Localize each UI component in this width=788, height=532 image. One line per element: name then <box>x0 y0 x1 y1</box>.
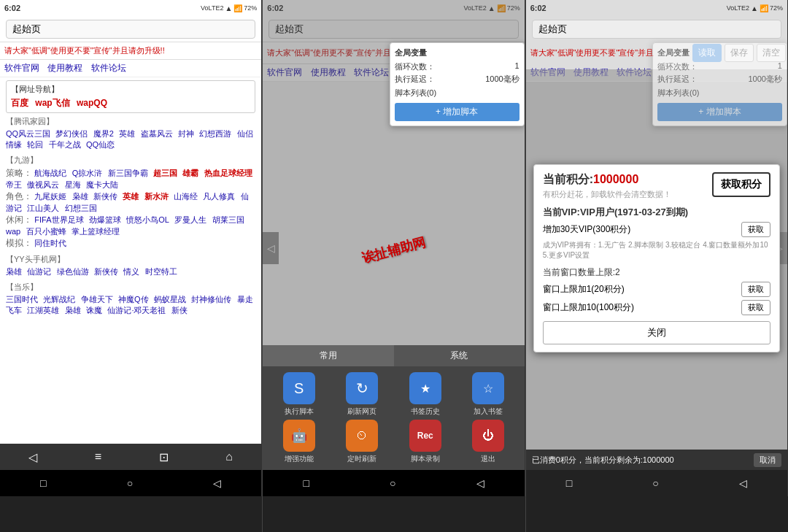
android-circle-2[interactable]: ○ <box>390 477 395 489</box>
game-links-yy-1: 枭雄 仙游记 绿色仙游 新侠传 情义 时空特工 <box>6 266 255 277</box>
nav-baidu-1[interactable]: 百度 <box>11 98 28 108</box>
signal-icon-3: ▲ <box>751 4 758 12</box>
pd-vip-get-btn-3[interactable]: 获取 <box>741 222 770 237</box>
game-links-jiuyou-role-1: 角色： 九尾妖姬 枭雄 新侠传 英雄 新水浒 山海经 凡人修真 仙游记 江山美人… <box>6 190 255 214</box>
pd-limit-section-3: 当前窗口数量上限:2 窗口上限加1(20积分) 获取 窗口上限加10(100积分… <box>543 266 770 315</box>
game-links-jiuyou-sim-1: 模拟： 同住时代 <box>6 237 255 250</box>
address-input-3[interactable] <box>532 20 781 39</box>
tool-tab-system-2[interactable]: 系统 <box>394 345 525 366</box>
nav-home-1[interactable]: ⌂ <box>220 447 239 466</box>
tool-bookmark-hist-2[interactable]: ★ 书签历史 <box>395 372 455 417</box>
time-3: 6:02 <box>530 4 546 12</box>
address-input-1[interactable] <box>6 20 255 39</box>
nav-feixin-1[interactable]: wap飞信 <box>35 98 69 108</box>
tool-label-refresh-2: 刷新网页 <box>347 406 376 417</box>
nav-menu-1[interactable]: ≡ <box>89 447 107 466</box>
tool-icon-exec-2: S <box>283 372 315 404</box>
network-3: VoLTE2 <box>727 4 749 12</box>
script-panel-2: 全局变量 循环次数： 1 执行延迟： 1000毫秒 脚本列表(0) + 增加脚本 <box>390 42 525 126</box>
pd-vip-row-3: 增加30天VIP(300积分) 获取 <box>543 222 770 237</box>
link-tutorial-1[interactable]: 使用教程 <box>47 63 82 73</box>
tool-exit-2[interactable]: ⏻ 退出 <box>458 420 519 464</box>
signal-icon-1: ▲ <box>225 4 232 12</box>
bottom-tool-panel-2: 常用 系统 S 执行脚本 ↻ 刷新网页 ★ 书签历史 ☆ 加入书签 <box>263 345 524 470</box>
sp-title-3: 全局变量 <box>657 47 782 58</box>
sp-delay-label-3: 执行延迟： <box>657 74 698 85</box>
android-square-3[interactable]: □ <box>566 477 572 489</box>
pd-limit10-btn-3[interactable]: 获取 <box>741 300 770 315</box>
sp-loop-row-3: 循环次数： 1 <box>657 61 782 72</box>
nav-wapqq-1[interactable]: wapQQ <box>77 98 107 108</box>
game-section-yy-1: 【YY头手机网】 枭雄 仙游记 绿色仙游 新侠传 情义 时空特工 <box>6 254 255 277</box>
tool-tabs-2: 常用 系统 <box>263 345 524 366</box>
tool-label-bookmark-hist-2: 书签历史 <box>411 406 440 417</box>
battery-1: 72% <box>244 4 257 12</box>
game-links-tencent-1: QQ风云三国 梦幻侠侣 魔界2 英雄 盗墓风云 封神 幻想西游 仙侣情缘 轮回 … <box>6 128 255 150</box>
sp-loop-label-2: 循环次数： <box>395 61 435 72</box>
add-script-btn-2[interactable]: + 增加脚本 <box>395 103 519 121</box>
tool-tab-common-2[interactable]: 常用 <box>263 345 393 366</box>
android-nav-2: □ ○ ◁ <box>263 470 524 496</box>
status-bar-3: 6:02 VoLTE2 ▲ 📶 72% <box>526 0 787 16</box>
tool-refresh-2[interactable]: ↻ 刷新网页 <box>332 372 393 417</box>
android-circle-3[interactable]: ○ <box>652 477 658 489</box>
wifi-icon-3: 📶 <box>760 4 768 12</box>
nav-tab-1[interactable]: ⊡ <box>153 447 174 467</box>
browser-content-1: 【网址导航】 百度 wap飞信 wapQQ 【腾讯家园】 QQ风云三国 梦幻侠侣… <box>0 77 261 444</box>
android-back-3[interactable]: ◁ <box>739 477 747 489</box>
android-back-2[interactable]: ◁ <box>476 477 484 489</box>
close-dialog-btn-3[interactable]: 关闭 <box>543 321 770 344</box>
bottom-status-3: 已消费0积分，当前积分剩余为:1000000 取消 <box>526 450 787 470</box>
sp-loop-label-3: 循环次数： <box>657 61 698 72</box>
notice-1: 请大家"低调"使用更不要"宣传"并且请勿升级!! <box>0 42 261 59</box>
link-forum-1[interactable]: 软件论坛 <box>91 63 126 73</box>
nav-bottom-1: ◁ ≡ ⊡ ⌂ <box>0 444 261 470</box>
pd-current-val-3: 1000000 <box>593 173 638 185</box>
status-icons-1: VoLTE2 ▲ 📶 72% <box>201 4 257 12</box>
tool-add-bookmark-2[interactable]: ☆ 加入书签 <box>458 372 519 417</box>
sp-title-2: 全局变量 <box>395 47 519 58</box>
sp-delay-val-3: 1000毫秒 <box>749 74 782 85</box>
tool-exec-script-2[interactable]: S 执行脚本 <box>269 372 329 417</box>
sp-delay-row-2: 执行延迟： 1000毫秒 <box>395 74 519 85</box>
links-row-1: 软件官网 使用教程 软件论坛 <box>0 60 261 77</box>
status-bar-1: 6:02 VoLTE2 ▲ 📶 72% <box>0 0 261 16</box>
status-icons-3: VoLTE2 ▲ 📶 72% <box>727 4 783 12</box>
add-script-btn-3[interactable]: + 增加脚本 <box>657 103 782 121</box>
nav-box-1: 【网址导航】 百度 wap飞信 wapQQ <box>6 80 255 113</box>
android-circle-1[interactable]: ○ <box>127 477 133 489</box>
points-dialog-3: 获取积分 当前积分:1000000 有积分赶花，卸载软件会清空数据！ 当前VIP… <box>533 164 780 352</box>
game-title-yy-1: 【YY头手机网】 <box>6 254 255 265</box>
tool-label-add-bookmark-2: 加入书签 <box>474 406 503 417</box>
android-nav-1: □ ○ ◁ <box>0 470 261 496</box>
game-section-tencent-1: 【腾讯家园】 QQ风云三国 梦幻侠侣 魔界2 英雄 盗墓风云 封神 幻想西游 仙… <box>6 116 255 150</box>
tool-label-exit-2: 退出 <box>481 454 495 464</box>
pd-vip-tip-3: 成为VIP将拥有：1.无广告 2.脚本限制 3.较稳定台 4.窗口数量额外加10… <box>543 240 770 261</box>
cancel-btn-3[interactable]: 取消 <box>754 453 781 467</box>
tool-icon-record-2: Rec <box>409 420 441 452</box>
time-1: 6:02 <box>4 4 20 12</box>
android-square-2[interactable]: □ <box>303 477 309 489</box>
tool-icon-timer-2: ⏲ <box>346 420 378 452</box>
tool-icon-exit-2: ⏻ <box>472 420 504 452</box>
tool-timer-2[interactable]: ⏲ 定时刷新 <box>332 420 393 464</box>
tool-enhance-2[interactable]: 🤖 增强功能 <box>269 420 329 464</box>
game-links-jiuyou-strategy-1: 策略： 航海战纪 Q掠水浒 新三国争霸 超三国 雄霸 热血足球经理 帝王 傲视风… <box>6 167 255 190</box>
pd-limit1-btn-3[interactable]: 获取 <box>741 282 770 297</box>
link-official-1[interactable]: 软件官网 <box>4 63 39 73</box>
pd-limit1-label-3: 窗口上限加1(20积分) <box>543 283 625 296</box>
sp-script-list-3: 脚本列表(0) <box>657 88 782 99</box>
game-section-dangle-1: 【当乐】 三国时代 光辉战纪 争雄天下 神魔Q传 蚂蚁星战 封神修仙传 暴走飞车… <box>6 282 255 316</box>
get-points-btn-3[interactable]: 获取积分 <box>712 172 770 197</box>
android-square-1[interactable]: □ <box>40 477 46 489</box>
phone-screen-1: 6:02 VoLTE2 ▲ 📶 72% 请大家"低调"使用更不要"宣传"并且请勿… <box>0 0 262 496</box>
tool-label-enhance-2: 增强功能 <box>285 454 314 464</box>
network-1: VoLTE2 <box>201 4 223 12</box>
android-back-1[interactable]: ◁ <box>213 477 221 489</box>
sp-loop-val-2: 1 <box>515 61 519 72</box>
nav-back-1[interactable]: ◁ <box>23 447 43 467</box>
tool-record-2[interactable]: Rec 脚本录制 <box>395 420 455 464</box>
tool-icon-add-bookmark-2: ☆ <box>472 372 504 404</box>
nav-box-title-1: 【网址导航】 <box>11 84 250 95</box>
tool-grid-2: S 执行脚本 ↻ 刷新网页 ★ 书签历史 ☆ 加入书签 🤖 增强功能 <box>263 366 524 470</box>
